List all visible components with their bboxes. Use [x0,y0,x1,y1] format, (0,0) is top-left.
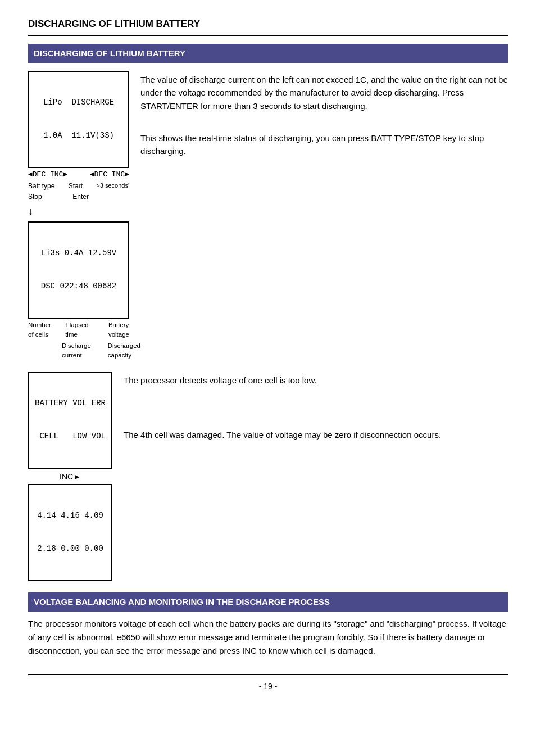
dec-inc-left: ◄DEC INC► [28,169,67,180]
dec-inc-right: ◄DEC INC► [90,169,129,180]
batt-volt-label2: voltage [108,330,129,339]
discharge-screen1: LiPo DISCHARGE 1.0A 11.1V(3S) [28,71,129,168]
discharge-diagram1-col: LiPo DISCHARGE 1.0A 11.1V(3S) ◄DEC INC► … [28,71,129,360]
discharge-screen1-line1: LiPo DISCHARGE [35,97,122,108]
arrow-down1: ↓ [28,204,129,219]
desc1: The value of discharge current on the le… [140,71,508,112]
section1-header: DISCHARGING OF LITHIUM BATTERY [28,44,508,64]
batt-type-label: Batt type [28,181,54,191]
discharge-screen2-line2: DSC 022:48 00682 [35,281,122,292]
batt-volt-label1: Battery [108,320,129,330]
time-label: >3 seconds' [96,181,129,191]
error-screen: BATTERY VOL ERR CELL LOW VOL [28,372,112,469]
num-cells-label1: Number [28,320,51,330]
enter-label: Enter [72,192,89,202]
inc-label: INC► [60,472,81,481]
cell-voltage-screen: 4.14 4.16 4.09 2.18 0.00 0.00 [28,484,112,581]
error-screen-line1: BATTERY VOL ERR [35,398,106,409]
descriptions-col: The value of discharge current on the le… [140,71,508,157]
elapsed-label2: time [65,330,78,339]
discharge-screen2: Li3s 0.4A 12.59V DSC 022:48 00682 [28,221,129,319]
error-screen-line2: CELL LOW VOL [35,431,106,442]
cell-voltage-line1: 4.14 4.16 4.09 [35,510,106,522]
discharge-screen2-line1: Li3s 0.4A 12.59V [35,248,122,259]
stop-label: Stop [28,192,42,202]
disch-cap-label1: Discharged [108,341,140,351]
start-label: Start [69,181,83,191]
elapsed-label1: Elapsed [65,320,89,330]
discharge-screen1-line2: 1.0A 11.1V(3S) [35,130,122,142]
num-cells-label2: of cells [28,330,48,339]
discharge-diagram-row1: LiPo DISCHARGE 1.0A 11.1V(3S) ◄DEC INC► … [28,71,508,360]
bottom-paragraph: The processor monitors voltage of each c… [28,617,508,658]
error-descriptions: The processor detects voltage of one cel… [124,372,508,442]
desc2: This shows the real-time status of disch… [140,129,508,158]
page-number: - 19 - [28,674,508,692]
inc-arrow: INC► [60,471,81,483]
disch-curr-label1: Discharge [62,341,91,351]
desc4: The 4th cell was damaged. The value of v… [124,426,508,441]
desc3: The processor detects voltage of one cel… [124,372,508,387]
disch-cap-label2: capacity [108,351,131,360]
error-diagram-col: BATTERY VOL ERR CELL LOW VOL INC► 4.14 4… [28,372,112,581]
page-title: DISCHARGING OF LITHIUM BATTERY [28,17,508,36]
disch-curr-label2: current [62,351,82,360]
error-section: BATTERY VOL ERR CELL LOW VOL INC► 4.14 4… [28,372,508,581]
section2-header: VOLTAGE BALANCING AND MONITORING IN THE … [28,592,508,612]
cell-voltage-line2: 2.18 0.00 0.00 [35,544,106,555]
